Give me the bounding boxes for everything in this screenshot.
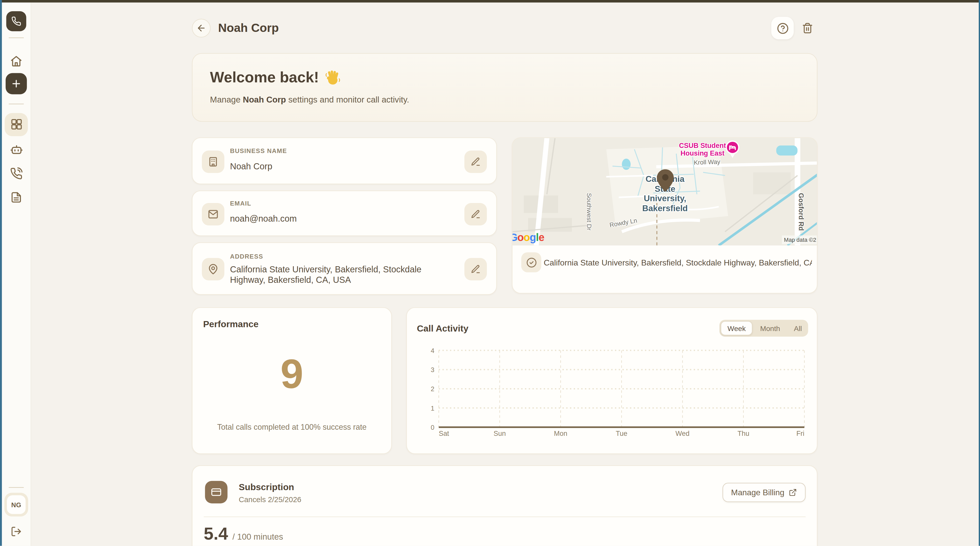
business-name-value: Noah Corp xyxy=(230,161,272,172)
add-button[interactable] xyxy=(6,73,27,94)
svg-text:Sun: Sun xyxy=(493,430,506,437)
sidebar-item-dashboard[interactable] xyxy=(5,113,28,136)
plus-icon xyxy=(11,78,22,89)
subscription-title: Subscription xyxy=(239,482,294,492)
performance-title: Performance xyxy=(203,319,259,329)
field-label: ADDRESS xyxy=(230,253,263,260)
file-text-icon xyxy=(10,191,22,203)
window-frame-top xyxy=(0,0,980,2)
divider xyxy=(204,516,805,517)
road-label-kroll: Kroll Way xyxy=(694,158,721,166)
delete-business-button[interactable] xyxy=(799,19,816,37)
credit-card-icon xyxy=(205,481,228,503)
sidebar-item-documents[interactable] xyxy=(7,188,25,206)
google-logo[interactable]: Google xyxy=(512,232,544,244)
window-frame-left xyxy=(0,0,2,546)
svg-text:2: 2 xyxy=(431,385,434,392)
svg-text:Wed: Wed xyxy=(676,430,690,437)
field-label: BUSINESS NAME xyxy=(230,148,287,154)
grid-icon xyxy=(10,118,22,130)
help-button[interactable] xyxy=(771,17,794,39)
user-avatar[interactable]: NG xyxy=(4,492,28,516)
svg-text:4: 4 xyxy=(431,347,434,354)
lodging-pin-icon[interactable] xyxy=(725,140,740,159)
sidebar-divider xyxy=(9,103,24,104)
performance-caption: Total calls completed at 100% success ra… xyxy=(192,423,391,432)
filter-week[interactable]: Week xyxy=(721,321,752,335)
time-range-toggle: Week Month All xyxy=(719,320,808,336)
email-card: EMAIL noah@noah.com xyxy=(192,190,497,236)
usage-value: 5.4 xyxy=(204,524,228,544)
phone-icon xyxy=(11,16,21,26)
svg-text:3: 3 xyxy=(431,366,434,373)
map-card: CSUB StudentHousing East Kroll Way South… xyxy=(512,138,818,294)
external-link-icon xyxy=(789,488,797,497)
waving-hand-icon xyxy=(325,69,342,86)
google-map[interactable]: CSUB StudentHousing East Kroll Way South… xyxy=(512,138,818,245)
road-label-gosford: Gosford Rd xyxy=(797,193,805,231)
welcome-title: Welcome back! xyxy=(210,68,342,86)
home-icon xyxy=(10,55,22,67)
sidebar: NG xyxy=(2,2,31,546)
map-pin-icon xyxy=(202,258,224,280)
edit-address-button[interactable] xyxy=(465,258,487,280)
welcome-banner: Welcome back! Manage Noah Corp settings … xyxy=(192,53,818,122)
usage-row: 5.4 / 100 minutes xyxy=(204,524,283,544)
logout-button[interactable] xyxy=(8,523,24,540)
logout-icon xyxy=(11,525,22,537)
field-label: EMAIL xyxy=(230,200,251,207)
sidebar-divider xyxy=(9,37,24,38)
filter-all[interactable]: All xyxy=(788,321,808,335)
edit-business-name-button[interactable] xyxy=(465,150,487,173)
poi-label: CSUB StudentHousing East xyxy=(674,142,731,157)
sidebar-item-home[interactable] xyxy=(7,52,25,70)
business-name-card: BUSINESS NAME Noah Corp xyxy=(192,138,497,184)
pen-icon xyxy=(471,264,480,274)
performance-card: Performance 9 Total calls completed at 1… xyxy=(192,307,392,454)
sidebar-item-agents[interactable] xyxy=(7,141,25,159)
subscription-card: Subscription Cancels 2/25/2026 Manage Bi… xyxy=(192,465,818,546)
screen: NG Noah Corp Welcome back! Manage Noah C… xyxy=(0,0,980,546)
map-marker-icon[interactable] xyxy=(657,169,674,192)
manage-billing-button[interactable]: Manage Billing xyxy=(722,483,805,502)
trash-icon xyxy=(802,22,813,34)
filter-month[interactable]: Month xyxy=(754,321,786,335)
svg-text:Tue: Tue xyxy=(616,430,627,437)
window-frame-right xyxy=(978,0,980,546)
mail-icon xyxy=(202,203,224,225)
call-activity-title: Call Activity xyxy=(417,324,468,333)
svg-text:Fri: Fri xyxy=(796,430,804,437)
edit-email-button[interactable] xyxy=(465,203,487,225)
usage-total: / 100 minutes xyxy=(232,532,283,542)
sidebar-item-calls[interactable] xyxy=(7,165,25,182)
back-button[interactable] xyxy=(192,19,210,37)
subscription-cancel-date: Cancels 2/25/2026 xyxy=(239,495,301,504)
app-logo-button[interactable] xyxy=(6,11,26,31)
check-circle-icon xyxy=(521,252,541,272)
arrow-left-icon xyxy=(196,23,206,33)
avatar-initials: NG xyxy=(7,495,25,514)
help-circle-icon xyxy=(776,22,789,34)
building-icon xyxy=(202,150,224,173)
svg-text:Thu: Thu xyxy=(738,430,749,437)
svg-text:1: 1 xyxy=(431,405,434,412)
bot-icon xyxy=(10,143,23,156)
svg-text:Mon: Mon xyxy=(554,430,567,437)
manage-billing-label: Manage Billing xyxy=(731,488,784,497)
road-label-southwest: Southwest Dr xyxy=(586,193,593,230)
call-activity-chart: 01234SatSunMonTueWedThuFri xyxy=(417,343,808,445)
svg-text:0: 0 xyxy=(431,424,434,431)
phone-call-icon xyxy=(10,167,22,179)
pen-icon xyxy=(471,156,480,166)
welcome-subtitle: Manage Noah Corp settings and monitor ca… xyxy=(210,95,409,104)
svg-text:Sat: Sat xyxy=(439,430,449,437)
confirmed-address-row: California State University, Bakersfield… xyxy=(512,245,818,294)
email-value: noah@noah.com xyxy=(230,214,297,224)
address-card: ADDRESS California State University, Bak… xyxy=(192,242,497,295)
sidebar-divider xyxy=(9,487,24,487)
call-activity-card: Call Activity Week Month All 01234SatSun… xyxy=(406,307,818,454)
pen-icon xyxy=(471,209,480,219)
address-value: California State University, Bakersfield… xyxy=(230,264,457,286)
performance-value: 9 xyxy=(192,353,391,394)
page-title: Noah Corp xyxy=(218,21,279,35)
